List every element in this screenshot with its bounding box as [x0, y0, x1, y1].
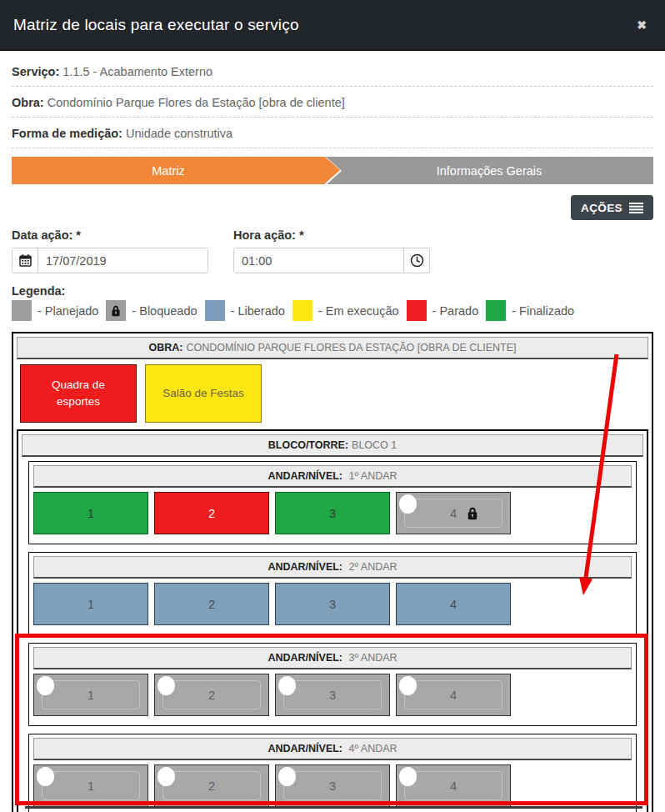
floor-header-label: ANDAR/NÍVEL:: [268, 561, 342, 573]
radio-circle[interactable]: [158, 767, 175, 786]
matrix-cell[interactable]: 2: [154, 764, 269, 807]
modal-title: Matriz de locais para executar o serviço: [13, 16, 299, 34]
matrix-cell[interactable]: 4: [396, 492, 511, 534]
legend-swatch-liberado: [205, 300, 225, 321]
cell-number: 1: [88, 507, 94, 520]
radio-circle[interactable]: [399, 767, 417, 786]
floor-header-label: ANDAR/NÍVEL:: [268, 470, 342, 482]
matrix-cell[interactable]: 1: [33, 492, 148, 534]
floor-header-value: 4º ANDAR: [346, 743, 398, 754]
unit-cell[interactable]: Quadra de esportes: [20, 364, 137, 423]
tab-bar: Matriz Informações Gerais: [12, 157, 653, 184]
next-section-top-edge: [25, 806, 642, 809]
floor-header-label: ANDAR/NÍVEL:: [268, 743, 342, 754]
radio-circle[interactable]: [399, 676, 417, 695]
cell-number: 2: [208, 507, 215, 520]
calendar-icon[interactable]: [12, 248, 38, 273]
matrix-cell[interactable]: 1: [33, 764, 148, 807]
data-acao-label: Data ação: *: [12, 228, 208, 242]
radio-circle[interactable]: [158, 676, 175, 695]
legend: Legenda: - Planejado- Bloqueado- Liberad…: [12, 284, 653, 321]
info-row-forma-medicao: Forma de medição: Unidade construtiva: [12, 118, 653, 148]
obra-header-value: CONDOMÍNIO PARQUE FLORES DA ESTAÇÃO [OBR…: [186, 342, 516, 353]
acoes-button-label: AÇÕES: [581, 202, 622, 214]
floor-header-value: 3º ANDAR: [346, 652, 398, 664]
unit-cell[interactable]: Salão de Festas: [145, 364, 262, 423]
modal-header: Matriz de locais para executar o serviço…: [0, 0, 665, 51]
floor-cells-row: 1234: [33, 674, 632, 716]
floor-header-bar: ANDAR/NÍVEL: 1º ANDAR: [33, 465, 632, 488]
bloco-header-bar: BLOCO/TORRE:BLOCO 1: [22, 434, 643, 457]
lock-icon: [111, 305, 121, 317]
matrix-cell[interactable]: 3: [275, 764, 390, 807]
lock-icon: [467, 507, 478, 520]
hora-acao-label: Hora ação: *: [233, 228, 430, 242]
cell-number: 1: [88, 598, 94, 611]
cell-number: 3: [329, 689, 336, 702]
legend-item-bloqueado: - Bloqueado: [106, 300, 197, 321]
matrix-table: OBRA:CONDOMÍNIO PARQUE FLORES DA ESTAÇÃO…: [12, 332, 653, 812]
hora-acao-input[interactable]: [234, 248, 403, 273]
legend-item-parado: - Parado: [407, 300, 479, 321]
radio-circle[interactable]: [278, 676, 296, 695]
floor-cells-row: 1234: [33, 583, 632, 625]
floor-cells-row: 1234: [33, 764, 632, 807]
hamburger-menu-icon: [629, 203, 643, 213]
matrix-cell[interactable]: 2: [154, 674, 269, 716]
bloco-section: BLOCO/TORRE:BLOCO 1 ANDAR/NÍVEL: 1º ANDA…: [17, 429, 648, 812]
cell-number: 3: [329, 598, 336, 611]
floor-header-value: 2º ANDAR: [346, 561, 398, 573]
matrix-cell[interactable]: 4: [396, 764, 511, 807]
legend-title: Legenda:: [12, 284, 653, 298]
matrix-cell[interactable]: 2: [154, 583, 269, 625]
tab-matriz[interactable]: Matriz: [12, 157, 325, 184]
tab-matriz-label: Matriz: [152, 164, 184, 178]
legend-items: - Planejado- Bloqueado- Liberado- Em exe…: [12, 300, 653, 321]
floor-section-4: ANDAR/NÍVEL: 4º ANDAR1234: [28, 734, 637, 812]
radio-circle[interactable]: [278, 767, 296, 786]
obra-header-label: OBRA:: [148, 342, 182, 353]
legend-label: - Planejado: [38, 304, 98, 318]
legend-label: - Bloqueado: [132, 304, 197, 318]
data-acao-field: Data ação: *: [12, 228, 208, 273]
radio-circle[interactable]: [37, 767, 54, 786]
cell-number: 3: [329, 507, 336, 520]
floor-header-bar: ANDAR/NÍVEL: 2º ANDAR: [33, 556, 632, 579]
legend-swatch-em_execucao: [292, 300, 312, 321]
clock-icon[interactable]: [403, 248, 429, 273]
matrix-cell[interactable]: 4: [396, 674, 511, 716]
data-acao-input-group: [12, 248, 208, 273]
obra-header-bar: OBRA:CONDOMÍNIO PARQUE FLORES DA ESTAÇÃO…: [17, 337, 648, 359]
cell-number: 1: [88, 779, 94, 793]
cell-number: 2: [208, 689, 215, 702]
matrix-cell[interactable]: 1: [33, 583, 148, 625]
tab-arrow-icon: [325, 157, 340, 183]
data-acao-input[interactable]: [38, 248, 208, 273]
floor-section-1: ANDAR/NÍVEL: 1º ANDAR1234: [28, 461, 637, 544]
matrix-cell[interactable]: 2: [154, 492, 269, 534]
legend-label: - Liberado: [231, 304, 285, 318]
matrix-cell[interactable]: 1: [33, 674, 148, 716]
info-row-servico: Serviço: 1.1.5 - Acabamento Externo: [12, 56, 653, 87]
matrix-cell[interactable]: 3: [275, 583, 390, 625]
unit-cell-label: Quadra de esportes: [32, 377, 124, 409]
close-icon[interactable]: ✖: [632, 15, 652, 35]
actions-row: AÇÕES: [12, 195, 653, 220]
matrix-cell[interactable]: 3: [275, 492, 390, 534]
tab-informacoes-gerais[interactable]: Informações Gerais: [325, 157, 653, 184]
cell-number: 1: [88, 689, 94, 702]
floor-section-3: ANDAR/NÍVEL: 3º ANDAR1234: [28, 643, 637, 726]
radio-circle[interactable]: [37, 676, 54, 695]
legend-label: - Em execução: [318, 304, 399, 318]
legend-item-planejado: - Planejado: [12, 300, 98, 321]
acoes-button[interactable]: AÇÕES: [571, 195, 653, 220]
matrix-cell[interactable]: 4: [396, 583, 511, 625]
radio-circle[interactable]: [399, 494, 417, 514]
floor-header-bar: ANDAR/NÍVEL: 4º ANDAR: [33, 738, 632, 760]
matrix-cell[interactable]: 3: [275, 674, 390, 716]
legend-item-liberado: - Liberado: [205, 300, 285, 321]
floor-header-label: ANDAR/NÍVEL:: [268, 652, 342, 664]
servico-value: 1.1.5 - Acabamento Externo: [62, 65, 212, 78]
legend-item-finalizado: - Finalizado: [486, 300, 574, 321]
floor-cells-row: 1234: [33, 492, 632, 534]
